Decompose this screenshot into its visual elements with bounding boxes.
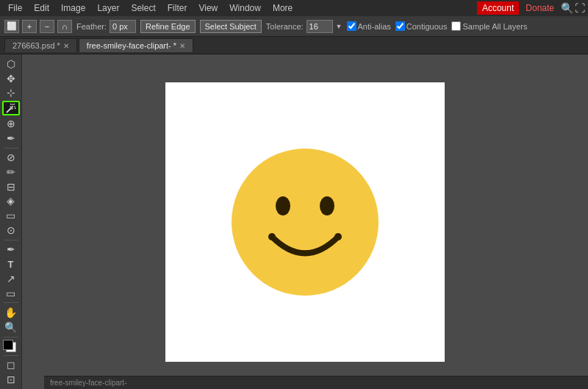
menu-view[interactable]: View (193, 1, 223, 15)
sample-all-layers-label: Sample All Layers (462, 22, 527, 31)
subtract-selection-btn[interactable]: − (40, 20, 54, 33)
crop-tool[interactable]: ⊕ (2, 117, 20, 130)
menu-image[interactable]: Image (56, 1, 90, 15)
tab-close-276663[interactable]: ✕ (63, 42, 69, 50)
intersect-selection-btn[interactable]: ∩ (57, 20, 72, 33)
menu-file[interactable]: File (3, 1, 27, 15)
screen-mode-btn[interactable]: ⊡ (2, 373, 20, 386)
tolerance-dropdown-icon[interactable]: ▼ (336, 23, 343, 30)
menu-donate[interactable]: Donate (520, 1, 559, 15)
fullscreen-icon[interactable]: ⛶ (575, 2, 585, 14)
status-bar: free-smiley-face-clipart- (44, 376, 588, 389)
tab-close-smiley[interactable]: ✕ (179, 42, 185, 50)
tab-smiley[interactable]: free-smiley-face-clipart- * ✕ (79, 38, 193, 52)
canvas (165, 82, 445, 362)
type-tool[interactable]: T (2, 257, 20, 271)
feather-input[interactable] (110, 20, 136, 33)
menu-select[interactable]: Select (126, 1, 160, 15)
svg-point-1 (232, 149, 379, 296)
contiguous-checkbox-group[interactable]: Contiguous (395, 21, 448, 31)
magic-wand-tool[interactable] (2, 101, 20, 115)
tab-276663[interactable]: 276663.psd * ✕ (4, 38, 77, 52)
svg-point-3 (320, 196, 334, 215)
lasso-tool[interactable]: ⊹ (2, 86, 20, 99)
color-swatches[interactable] (3, 340, 19, 351)
tabs-bar: 276663.psd * ✕ free-smiley-face-clipart-… (0, 37, 588, 54)
tolerance-group: Tolerance: ▼ (266, 20, 343, 33)
menu-layer[interactable]: Layer (92, 1, 124, 15)
select-subject-button[interactable]: Select Subject (200, 20, 262, 33)
tolerance-label: Tolerance: (266, 22, 304, 31)
brush-tool[interactable]: ✏ (2, 165, 20, 179)
menu-filter[interactable]: Filter (162, 1, 193, 15)
tab-label-smiley: free-smiley-face-clipart- * (87, 41, 176, 50)
menu-edit[interactable]: Edit (29, 1, 54, 15)
tool-divider-5 (4, 355, 18, 356)
menu-more[interactable]: More (268, 1, 298, 15)
tool-divider-3 (4, 302, 18, 303)
eyedropper-tool[interactable]: ✒ (2, 132, 20, 145)
anti-alias-checkbox[interactable] (347, 21, 356, 31)
clone-stamp-tool[interactable]: ⊟ (2, 180, 20, 193)
add-selection-btn[interactable]: + (22, 20, 37, 33)
toolbox: ⬡ ✥ ⊹ ⊕ ✒ ⊘ ✏ ⊟ ◈ ▭ ⊙ ✒ T ↗ ▭ ✋ 🔍 (0, 54, 22, 389)
sample-all-layers-checkbox[interactable] (451, 21, 461, 31)
move-tool[interactable]: ✥ (2, 72, 20, 85)
status-text: free-smiley-face-clipart- (50, 379, 126, 387)
menu-bar: File Edit Image Layer Select Filter View… (0, 0, 588, 16)
gradient-tool[interactable]: ▭ (2, 209, 20, 222)
new-selection-btn[interactable]: ⬜ (4, 20, 19, 33)
quick-mask-mode-btn[interactable]: ◻ (2, 358, 20, 371)
healing-brush-tool[interactable]: ⊘ (2, 151, 20, 164)
canvas-area: free-smiley-face-clipart- (22, 54, 588, 389)
tool-divider-1 (4, 148, 18, 149)
rectangular-marquee-tool[interactable]: ⬡ (2, 57, 20, 71)
tolerance-input[interactable] (306, 20, 333, 33)
feather-group: Feather: (76, 20, 136, 33)
tool-divider-2 (4, 240, 18, 240)
anti-alias-checkbox-group[interactable]: Anti-alias (347, 21, 391, 31)
shape-tool[interactable]: ▭ (2, 287, 20, 300)
menu-account[interactable]: Account (477, 1, 519, 15)
eraser-tool[interactable]: ◈ (2, 195, 20, 208)
svg-point-2 (276, 196, 290, 215)
main-area: ⬡ ✥ ⊹ ⊕ ✒ ⊘ ✏ ⊟ ◈ ▭ ⊙ ✒ T ↗ ▭ ✋ 🔍 (0, 54, 588, 389)
contiguous-label: Contiguous (406, 22, 448, 31)
anti-alias-label: Anti-alias (358, 22, 391, 31)
tool-divider-4 (4, 337, 18, 338)
path-selection-tool[interactable]: ↗ (2, 272, 20, 285)
sample-all-layers-checkbox-group[interactable]: Sample All Layers (451, 21, 527, 31)
svg-point-4 (268, 233, 276, 240)
selection-mode-group: ⬜ + − ∩ (4, 20, 72, 33)
hand-tool[interactable]: ✋ (2, 306, 20, 319)
pen-tool[interactable]: ✒ (2, 243, 20, 257)
dodge-burn-tool[interactable]: ⊙ (2, 224, 20, 237)
feather-label: Feather: (76, 22, 107, 31)
refine-edge-button[interactable]: Refine Edge (140, 20, 196, 33)
smiley-face-image (224, 141, 386, 303)
contiguous-checkbox[interactable] (395, 21, 405, 31)
zoom-tool[interactable]: 🔍 (2, 321, 20, 334)
options-toolbar: ⬜ + − ∩ Feather: Refine Edge Select Subj… (0, 16, 588, 37)
tab-label: 276663.psd * (12, 41, 60, 50)
svg-point-5 (334, 233, 342, 240)
svg-point-0 (12, 106, 13, 107)
search-icon[interactable]: 🔍 (561, 2, 573, 14)
menu-window[interactable]: Window (224, 1, 266, 15)
